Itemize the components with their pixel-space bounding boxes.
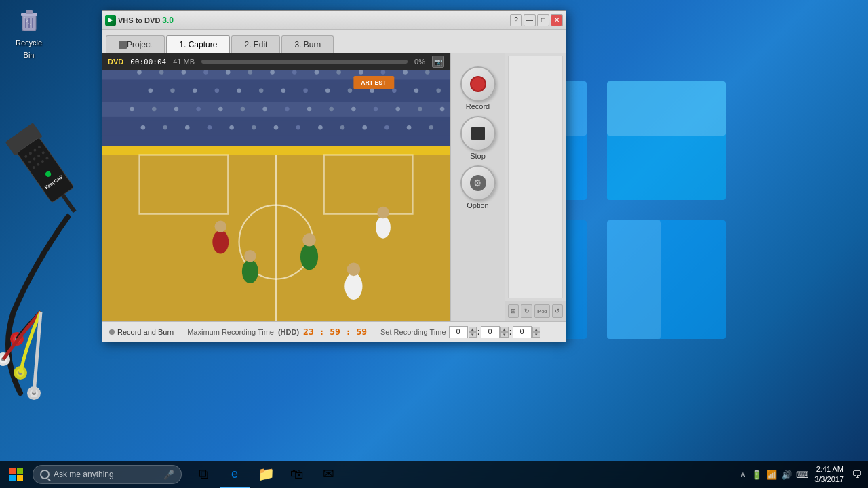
svg-rect-127 — [9, 475, 16, 481]
minutes-value: 0 — [488, 327, 492, 336]
max-recording-label: Maximum Recording Time — [187, 328, 274, 336]
taskbar-apps: ⧉ e 📁 🛍 ✉ — [189, 461, 733, 488]
svg-point-124 — [429, 125, 433, 130]
svg-point-60 — [242, 260, 258, 283]
svg-point-121 — [362, 125, 367, 130]
taskbar-right: ∧ 🔋 📶 🔊 ⌨ 2:41 AM 3/3/2017 🗨 — [733, 464, 868, 485]
right-preview-panel: ⊞ ↻ iPod ↺ — [505, 53, 566, 321]
file-size: 41 MB — [173, 58, 195, 66]
minimize-button[interactable]: — — [524, 14, 536, 26]
preview-controls: ⊞ ↻ iPod ↺ — [505, 301, 566, 321]
stop-group: Stop — [460, 116, 496, 160]
taskbar-edge[interactable]: e — [220, 461, 250, 488]
preview-btn-1[interactable]: ⊞ — [508, 304, 519, 318]
minutes-input[interactable]: 0 — [481, 326, 500, 338]
svg-point-61 — [244, 250, 256, 262]
recycle-bin-icon[interactable]: Recycle Bin — [7, 3, 51, 63]
svg-rect-125 — [9, 468, 16, 474]
maximize-button[interactable]: □ — [537, 14, 549, 26]
progress-bar[interactable] — [201, 60, 408, 64]
snapshot-button[interactable]: 📷 — [432, 56, 444, 68]
clock[interactable]: 2:41 AM 3/3/2017 — [814, 464, 844, 485]
minutes-down[interactable]: ▼ — [500, 332, 509, 338]
time-remaining: 23 : 59 : 59 — [303, 327, 367, 337]
option-button[interactable] — [460, 165, 496, 201]
preview-btn-2[interactable]: ↻ — [521, 304, 532, 318]
video-display: ART EST — [102, 70, 450, 321]
hours-input[interactable]: 0 — [449, 326, 468, 338]
seconds-down[interactable]: ▼ — [532, 332, 540, 338]
stop-button[interactable] — [460, 116, 496, 151]
svg-point-83 — [170, 88, 175, 93]
svg-rect-126 — [17, 468, 23, 474]
svg-point-58 — [344, 273, 362, 300]
taskbar-store[interactable]: 🛍 — [282, 461, 312, 488]
taskbar: Ask me anything 🎤 ⧉ e 📁 🛍 ✉ ∧ 🔋 📶 🔊 ⌨ 2:… — [0, 461, 868, 488]
hours-down[interactable]: ▼ — [469, 332, 477, 338]
recycle-bin-label: Recycle Bin — [16, 39, 42, 59]
minutes-up[interactable]: ▲ — [500, 327, 509, 332]
network-icon: 📶 — [766, 470, 777, 480]
format-label: DVD — [108, 58, 123, 66]
microphone-icon[interactable]: 🎤 — [163, 470, 174, 480]
svg-point-82 — [149, 88, 153, 93]
svg-rect-50 — [102, 146, 450, 155]
svg-point-85 — [215, 88, 220, 93]
preview-thumbnail-area — [508, 56, 563, 298]
clock-date: 3/3/2017 — [814, 474, 844, 485]
hours-up[interactable]: ▲ — [469, 327, 477, 332]
record-button[interactable] — [460, 66, 496, 102]
stop-label: Stop — [470, 152, 486, 160]
progress-percent: 0% — [414, 58, 425, 66]
record-group: Record — [460, 66, 496, 110]
store-icon: 🛍 — [290, 466, 304, 482]
svg-point-109 — [418, 107, 422, 112]
svg-point-64 — [376, 216, 391, 239]
max-recording-section: Maximum Recording Time (HDD) 23 : 59 : 5… — [187, 327, 367, 337]
tab-capture[interactable]: 1. Capture — [166, 35, 230, 53]
task-view-icon: ⧉ — [199, 466, 208, 482]
preview-btn-ipod[interactable]: iPod — [534, 304, 550, 318]
svg-text:ART EST: ART EST — [361, 79, 387, 86]
taskbar-task-view[interactable]: ⧉ — [189, 461, 218, 488]
svg-point-115 — [229, 125, 234, 130]
svg-point-97 — [152, 107, 157, 112]
svg-rect-10 — [26, 10, 33, 14]
start-button[interactable] — [0, 461, 33, 488]
video-toolbar: DVD 00:00:04 41 MB 0% 📷 — [102, 53, 450, 70]
record-burn-text: Record and Burn — [117, 328, 174, 336]
taskbar-mail[interactable]: ✉ — [313, 461, 343, 488]
seconds-up[interactable]: ▲ — [532, 327, 540, 332]
record-label: Record — [466, 102, 490, 110]
tab-project[interactable]: Project — [106, 35, 165, 53]
app-logo: ▶ VHS to DVD 3.0 — [105, 15, 174, 26]
close-button[interactable]: ✕ — [551, 14, 563, 26]
tab-edit[interactable]: 2. Edit — [231, 35, 280, 53]
svg-point-88 — [281, 88, 286, 93]
tab-burn[interactable]: 3. Burn — [281, 35, 334, 53]
seconds-input[interactable]: 0 — [513, 326, 532, 338]
svg-point-122 — [384, 125, 389, 130]
svg-rect-47 — [102, 83, 450, 98]
tab-bar: Project 1. Capture 2. Edit 3. Burn — [102, 30, 566, 53]
svg-point-98 — [174, 107, 179, 112]
search-placeholder: Ask me anything — [54, 470, 114, 479]
system-tray: 🔋 📶 🔊 ⌨ — [751, 470, 809, 480]
preview-btn-3[interactable]: ↺ — [552, 304, 563, 318]
volume-icon[interactable]: 🔊 — [781, 470, 792, 480]
svg-point-90 — [326, 88, 330, 93]
svg-point-123 — [407, 125, 412, 130]
tab-burn-label: 3. Burn — [294, 40, 321, 49]
tray-chevron[interactable]: ∧ — [740, 470, 746, 479]
svg-point-116 — [252, 125, 256, 130]
notification-icon[interactable]: 🗨 — [852, 469, 861, 480]
app-title-vhs: VHS to DVD — [118, 16, 160, 24]
search-bar[interactable]: Ask me anything 🎤 — [33, 465, 182, 484]
svg-point-112 — [163, 125, 167, 130]
svg-point-102 — [262, 107, 267, 112]
taskbar-file-explorer[interactable]: 📁 — [251, 461, 281, 488]
svg-point-101 — [241, 107, 245, 112]
help-button[interactable]: ? — [510, 14, 522, 26]
seconds-value: 0 — [519, 327, 524, 336]
tab-edit-label: 2. Edit — [244, 40, 267, 49]
